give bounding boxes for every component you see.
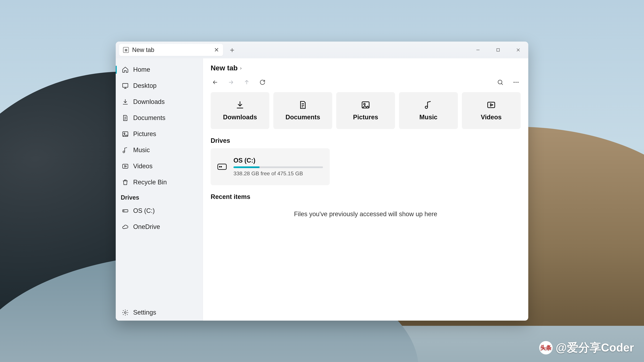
quick-card-videos[interactable]: Videos	[462, 92, 520, 129]
picture-icon	[361, 100, 370, 110]
nav-up-button[interactable]	[242, 78, 251, 87]
quick-card-label: Music	[420, 114, 438, 121]
document-icon	[298, 100, 308, 110]
drive-icon	[217, 163, 227, 170]
nav-back-button[interactable]	[211, 78, 220, 87]
trash-icon	[122, 179, 129, 186]
svg-rect-4	[122, 83, 128, 87]
sidebar-item-music[interactable]: Music	[116, 142, 203, 158]
svg-point-13	[123, 151, 125, 153]
sidebar-item-pictures[interactable]: Pictures	[116, 126, 203, 142]
window-controls	[468, 41, 528, 58]
sidebar-item-label: OneDrive	[133, 223, 160, 230]
main-content: New tab › Downloads Documents	[203, 58, 528, 321]
download-icon	[122, 98, 129, 105]
close-button[interactable]	[508, 41, 528, 58]
new-tab-button[interactable]: ＋	[226, 44, 238, 56]
svg-point-20	[514, 82, 514, 83]
drive-card-os-c[interactable]: OS (C:) 338.28 GB free of 475.15 GB	[211, 148, 330, 185]
sidebar-item-label: Pictures	[133, 130, 156, 138]
drive-name: OS (C:)	[234, 157, 323, 164]
svg-point-18	[498, 80, 502, 84]
music-icon	[122, 147, 129, 154]
toolbar	[211, 75, 520, 90]
section-drives-title: Drives	[211, 137, 520, 144]
watermark-logo: 头条	[539, 341, 552, 355]
svg-point-22	[518, 82, 518, 83]
svg-rect-1	[497, 48, 500, 51]
tab[interactable]: ▦ New tab ✕	[119, 44, 223, 56]
more-button[interactable]	[512, 78, 520, 87]
drive-icon	[122, 207, 129, 214]
quick-access-row: Downloads Documents Pictures Music Video…	[211, 92, 520, 129]
sidebar-item-label: Recycle Bin	[133, 179, 167, 186]
recent-empty-message: Files you've previously accessed will sh…	[211, 211, 520, 218]
video-icon	[486, 100, 496, 110]
sidebar-item-label: Music	[133, 146, 150, 154]
music-icon	[424, 100, 433, 110]
svg-rect-30	[488, 102, 495, 108]
sidebar-item-label: Documents	[133, 114, 165, 121]
drive-info: OS (C:) 338.28 GB free of 475.15 GB	[234, 157, 323, 177]
quick-card-downloads[interactable]: Downloads	[211, 92, 269, 129]
breadcrumb: New tab ›	[211, 62, 520, 74]
quick-card-pictures[interactable]: Pictures	[336, 92, 395, 129]
sidebar-item-label: Desktop	[133, 82, 156, 89]
maximize-button[interactable]	[488, 41, 508, 58]
video-icon	[122, 163, 129, 170]
drive-free-text: 338.28 GB free of 475.15 GB	[234, 170, 323, 177]
gear-icon	[122, 309, 129, 316]
svg-point-16	[124, 211, 124, 211]
sidebar-drives-heading: Drives	[116, 190, 203, 203]
sidebar-item-home[interactable]: Home	[116, 62, 203, 78]
svg-point-33	[221, 166, 222, 167]
download-icon	[235, 100, 245, 110]
page-title: New tab	[211, 64, 238, 72]
quick-card-label: Downloads	[223, 114, 257, 121]
sidebar-item-documents[interactable]: Documents	[116, 110, 203, 126]
home-icon	[122, 66, 129, 73]
quick-card-label: Videos	[481, 114, 502, 121]
picture-icon	[122, 131, 129, 138]
desktop-icon	[122, 82, 129, 89]
watermark-text: @爱分享Coder	[556, 340, 634, 355]
svg-rect-14	[122, 164, 128, 168]
sidebar-item-label: OS (C:)	[133, 207, 155, 214]
sidebar-item-desktop[interactable]: Desktop	[116, 78, 203, 94]
tab-label: New tab	[132, 46, 211, 53]
svg-point-32	[219, 166, 220, 167]
svg-point-21	[516, 82, 516, 83]
quick-card-label: Pictures	[353, 114, 378, 121]
minimize-button[interactable]	[468, 41, 488, 58]
sidebar-drive-os-c[interactable]: OS (C:)	[116, 203, 203, 219]
svg-point-12	[124, 133, 125, 134]
sidebar-item-downloads[interactable]: Downloads	[116, 94, 203, 110]
svg-point-29	[425, 106, 428, 108]
tab-close-button[interactable]: ✕	[214, 46, 219, 53]
sidebar-item-settings[interactable]: Settings	[116, 305, 203, 321]
sidebar-drive-onedrive[interactable]: OneDrive	[116, 219, 203, 235]
svg-line-19	[502, 83, 503, 85]
sidebar-item-label: Settings	[133, 309, 156, 316]
nav-forward-button[interactable]	[226, 78, 236, 87]
quick-card-label: Documents	[286, 114, 320, 121]
quick-card-music[interactable]: Music	[399, 92, 458, 129]
search-button[interactable]	[496, 78, 505, 87]
tab-icon: ▦	[123, 47, 129, 53]
cloud-icon	[122, 223, 129, 230]
watermark: 头条 @爱分享Coder	[539, 340, 634, 355]
svg-point-17	[124, 312, 126, 313]
sidebar-item-label: Home	[133, 66, 150, 73]
svg-point-28	[364, 103, 365, 105]
sidebar-item-label: Downloads	[133, 98, 165, 105]
quick-card-documents[interactable]: Documents	[273, 92, 332, 129]
titlebar: ▦ New tab ✕ ＋	[116, 41, 528, 58]
sidebar-item-label: Videos	[133, 163, 152, 170]
sidebar-item-recycle-bin[interactable]: Recycle Bin	[116, 174, 203, 190]
chevron-right-icon: ›	[240, 65, 242, 71]
sidebar-item-videos[interactable]: Videos	[116, 158, 203, 174]
sidebar: Home Desktop Downloads Documents Picture…	[116, 58, 203, 321]
drive-usage-bar	[234, 166, 323, 168]
refresh-button[interactable]	[258, 78, 267, 87]
file-explorer-window: ▦ New tab ✕ ＋ Home Desktop	[116, 41, 528, 321]
